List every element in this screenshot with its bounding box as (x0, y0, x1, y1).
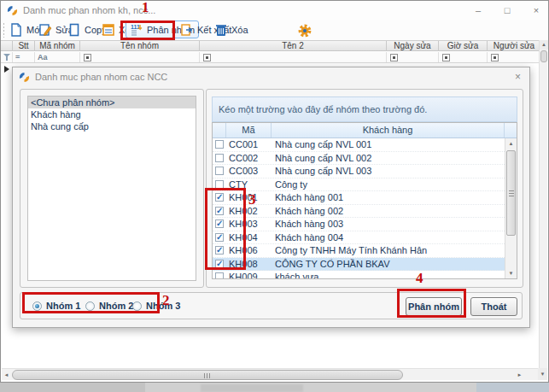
radio-nhom-1[interactable]: Nhóm 1 (32, 301, 80, 311)
table-header-row: Mã Khách hàng (213, 123, 517, 138)
grid-corner-cell (1, 41, 13, 51)
dialog-close-icon[interactable]: × (515, 71, 521, 83)
row-checkbox[interactable] (215, 246, 224, 255)
grid-column-ten-2[interactable]: Tên 2 (200, 41, 387, 51)
table-row[interactable]: CC001Nhà cung cấp NVL 001 (213, 138, 505, 152)
main-window-title: Danh muc phan nhom kh, ncc... (23, 5, 155, 15)
scroll-thumb[interactable] (12, 370, 403, 380)
row-checkbox[interactable] (215, 154, 224, 162)
radio-nhom-2[interactable]: Nhóm 2 (85, 301, 133, 311)
view-icon (102, 23, 115, 37)
row-checkbox[interactable] (215, 167, 224, 175)
row-marker-icon (4, 66, 9, 73)
row-checkbox[interactable] (215, 233, 224, 242)
radio-dot (32, 301, 42, 311)
row-checkbox[interactable] (215, 140, 224, 149)
scroll-right-icon[interactable]: ► (515, 370, 524, 380)
grid-filter-row: = Aa (1, 52, 541, 63)
dialog-titlebar: Danh muc phan nhom cac NCC × (13, 67, 529, 86)
radio-dot (132, 301, 142, 311)
customer-table: Mã Khách hàng CC001Nhà cung cấp NVL 001 … (212, 122, 517, 279)
grid-column-stt[interactable]: Stt (13, 41, 35, 51)
main-titlebar: Danh muc phan nhom kh, ncc... – □ × (1, 1, 548, 20)
main-vertical-scrollbar[interactable]: ▲ (539, 40, 547, 369)
main-horizontal-scrollbar[interactable]: ◄ ► (2, 368, 539, 380)
row-checkbox[interactable] (215, 219, 224, 228)
group-list-item[interactable]: <Chưa phân nhóm> (28, 97, 196, 108)
grid-header-row: Stt Mã nhóm Tên nhóm Tên 2 Ngày sửa Giờ … (1, 40, 541, 51)
table-column-khach-hang[interactable]: Khách hàng (272, 123, 505, 137)
group-listbox[interactable]: <Chưa phân nhóm> Khách hàng Nhà cung cấp (27, 96, 196, 281)
row-checkbox[interactable] (215, 180, 224, 189)
group-by-hint: Kéo một trường vào đây để nhóm theo trườ… (219, 104, 427, 114)
table-row[interactable]: KH003Khách hàng 003 (213, 218, 505, 231)
main-toolbar: Mới Sửa Copy Xem 111 Phân nhóm Kết xuất (1, 20, 548, 40)
customer-table-panel: Kéo một trường vào đây để nhóm theo trườ… (206, 89, 523, 288)
filter-checkbox-icon[interactable] (442, 54, 450, 61)
background-strip (0, 383, 549, 392)
screenshot-root: Danh muc phan nhom kh, ncc... – □ × Mới … (0, 0, 549, 392)
scroll-down-icon[interactable]: ▼ (538, 368, 547, 380)
grid-column-nguoi-sua[interactable]: Người sửa (488, 41, 541, 51)
group-list-item[interactable]: Nhà cung cấp (28, 120, 196, 132)
table-row[interactable]: KH006Công ty TNHH Máy Tính Khánh Hân (213, 244, 505, 258)
dialog-footer-panel: Nhóm 1 Nhóm 2 Nhóm 3 Phân nhóm Thoát (20, 292, 523, 319)
table-vertical-scrollbar[interactable]: ▲ ▼ (505, 138, 517, 278)
grid-column-ngay-sua[interactable]: Ngày sửa (387, 41, 439, 51)
new-document-icon (9, 23, 23, 37)
maximize-icon[interactable]: □ (502, 5, 512, 15)
row-checkbox[interactable] (215, 207, 224, 215)
scroll-thumb[interactable] (506, 150, 516, 236)
scroll-left-icon[interactable]: ◄ (2, 370, 11, 380)
scroll-down-icon[interactable]: ▼ (505, 268, 517, 278)
filter-equals-icon[interactable]: = (15, 52, 20, 62)
delete-button[interactable]: Xóa (210, 20, 253, 38)
scroll-grip (204, 373, 212, 378)
table-row[interactable]: KH002Khách hàng 002 (213, 205, 505, 219)
close-icon[interactable]: × (531, 5, 541, 15)
table-row[interactable]: CTYCông ty (213, 178, 505, 192)
table-row[interactable]: KH009khách vựa (213, 271, 505, 278)
dialog-title: Danh muc phan nhom cac NCC (35, 72, 167, 82)
table-column-ma[interactable]: Mã (226, 123, 272, 137)
table-row[interactable]: KH001Khách hàng 001 (213, 191, 505, 205)
grid-column-gio-sua[interactable]: Giờ sửa (439, 41, 488, 51)
group-by-dropzone[interactable]: Kéo một trường vào đây để nhóm theo trườ… (212, 97, 517, 122)
settings-button[interactable] (294, 21, 316, 39)
delete-trash-icon (214, 23, 228, 37)
scroll-up-icon[interactable]: ▲ (540, 40, 548, 50)
filter-checkbox-icon[interactable] (491, 54, 499, 61)
grid-column-ma-nhom[interactable]: Mã nhóm (35, 41, 80, 51)
minimize-icon[interactable]: – (473, 5, 483, 15)
table-row[interactable]: CC003Nhà cung cấp NVL 003 (213, 165, 505, 178)
table-row[interactable]: KH008CÔNG TY CỔ PHẦN BKAV (213, 258, 505, 272)
table-header-spacer (505, 123, 517, 137)
table-row[interactable]: CC002Nhà cung cấp NVL 002 (213, 152, 505, 166)
export-icon (180, 23, 194, 37)
filter-aa-icon[interactable]: Aa (38, 52, 48, 62)
phan-nhom-button[interactable]: Phân nhóm (406, 297, 462, 316)
group-list-item[interactable]: Khách hàng (28, 108, 196, 120)
filter-checkbox-icon[interactable] (203, 54, 211, 61)
scroll-grip (509, 190, 514, 196)
radio-dot (85, 301, 95, 311)
thoat-button[interactable]: Thoát (470, 297, 517, 316)
edit-icon (38, 23, 52, 37)
toolbar-label: Xóa (231, 25, 248, 35)
filter-checkbox-icon[interactable] (390, 54, 398, 61)
grid-column-ten-nhom[interactable]: Tên nhóm (80, 41, 200, 51)
scroll-up-icon[interactable]: ▲ (505, 138, 517, 149)
copy-icon (67, 23, 81, 37)
gear-icon (298, 24, 312, 38)
scroll-thumb[interactable] (540, 50, 547, 62)
svg-text:111: 111 (131, 24, 140, 30)
radio-nhom-3[interactable]: Nhóm 3 (132, 301, 180, 311)
filter-checkbox-icon[interactable] (84, 54, 91, 61)
group-icon: 111 (130, 23, 143, 37)
filter-funnel-icon[interactable] (3, 54, 11, 61)
row-checkbox[interactable] (215, 272, 224, 278)
row-checkbox[interactable] (215, 193, 224, 202)
table-row[interactable]: KH004Khách hàng 004 (213, 231, 505, 245)
row-checkbox[interactable] (215, 260, 224, 268)
table-column-checkbox (213, 123, 226, 137)
